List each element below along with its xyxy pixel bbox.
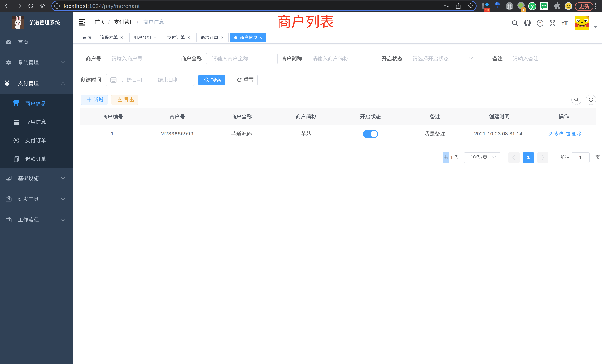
svg-text:?: ? xyxy=(539,21,541,25)
svg-text:y: y xyxy=(531,3,534,9)
